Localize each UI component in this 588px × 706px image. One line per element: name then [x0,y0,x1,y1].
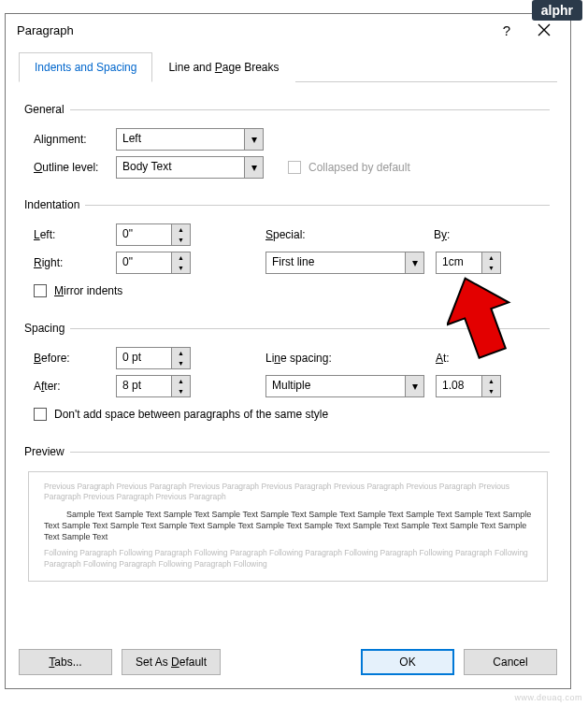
spin-down-icon[interactable]: ▼ [178,263,184,273]
tabs-button[interactable]: Tabs... [19,649,112,675]
by-label: By: [434,228,450,241]
checkbox-icon [288,161,301,174]
preview-box: Previous Paragraph Previous Paragraph Pr… [28,471,548,582]
spin-up-icon[interactable]: ▲ [178,376,184,386]
help-button[interactable]: ? [488,17,525,43]
spin-up-icon[interactable]: ▲ [178,348,184,358]
spin-down-icon[interactable]: ▼ [178,386,184,396]
by-spinner[interactable]: 1cm ▲▼ [436,252,501,274]
preview-prev-text: Previous Paragraph Previous Paragraph Pr… [44,482,532,503]
at-label: At: [436,352,450,365]
collapsed-checkbox: Collapsed by default [280,161,410,174]
close-button[interactable] [525,17,563,43]
before-spinner[interactable]: 0 pt ▲▼ [116,347,191,369]
group-general: General Alignment: Left ▾ Outline level:… [26,103,550,187]
titlebar: Paragraph ? [6,14,570,46]
ok-button[interactable]: OK [361,649,454,675]
indent-right-spinner[interactable]: 0" ▲▼ [116,252,191,274]
legend-preview: Preview [24,445,70,458]
spin-down-icon[interactable]: ▼ [488,386,495,396]
at-spinner[interactable]: 1.08 ▲▼ [436,375,501,397]
chevron-down-icon: ▾ [405,252,423,273]
special-select[interactable]: First line ▾ [265,252,424,274]
spin-up-icon[interactable]: ▲ [178,224,184,235]
spin-up-icon[interactable]: ▲ [178,252,184,263]
cancel-button[interactable]: Cancel [464,649,557,675]
spin-down-icon[interactable]: ▼ [178,235,184,245]
dont-add-space-checkbox[interactable]: Don't add space between paragraphs of th… [26,408,328,421]
checkbox-icon [34,284,47,297]
before-label: Before: [26,352,116,365]
indent-right-label: Right: [26,256,116,269]
legend-indentation: Indentation [24,198,85,211]
outline-level-select[interactable]: Body Text ▾ [116,156,264,179]
alignment-select[interactable]: Left ▾ [116,128,264,151]
tab-line-page-breaks[interactable]: Line and Page Breaks [152,52,294,82]
dialog-footer: Tabs... Set As Default OK Cancel [6,638,570,688]
alignment-label: Alignment: [26,133,116,146]
group-preview: Preview Previous Paragraph Previous Para… [26,445,550,585]
line-spacing-select[interactable]: Multiple ▾ [265,375,424,397]
group-spacing: Spacing Before: 0 pt ▲▼ Line spacing: At… [26,322,550,434]
dialog-body: General Alignment: Left ▾ Outline level:… [6,82,570,638]
close-icon [538,23,551,36]
chevron-down-icon: ▾ [244,129,263,150]
line-spacing-label: Line spacing: [265,352,359,365]
spin-up-icon[interactable]: ▲ [488,376,495,386]
set-default-button[interactable]: Set As Default [122,649,221,675]
tab-indents-spacing[interactable]: Indents and Spacing [19,52,152,82]
preview-next-text: Following Paragraph Following Paragraph … [44,548,532,569]
special-label: Special: [265,228,331,241]
alphr-logo: alphr [532,0,582,21]
legend-general: General [24,103,70,116]
spin-down-icon[interactable]: ▼ [488,263,495,273]
chevron-down-icon: ▾ [244,157,263,178]
mirror-indents-checkbox[interactable]: Mirror indents [26,284,122,297]
chevron-down-icon: ▾ [405,376,423,396]
indent-left-label: Left: [26,228,116,241]
paragraph-dialog: Paragraph ? Indents and Spacing Line and… [5,13,571,689]
legend-spacing: Spacing [24,322,70,335]
after-label: After: [26,380,116,393]
dialog-title: Paragraph [17,23,488,37]
after-spinner[interactable]: 8 pt ▲▼ [116,375,191,397]
outline-label: Outline level: [26,161,116,174]
tab-strip: Indents and Spacing Line and Page Breaks [19,51,557,82]
indent-left-spinner[interactable]: 0" ▲▼ [116,223,191,246]
watermark: www.deuaq.com [514,693,582,702]
checkbox-icon [34,408,47,421]
preview-sample-text: Sample Text Sample Text Sample Text Samp… [44,509,532,542]
spin-down-icon[interactable]: ▼ [178,358,184,368]
spin-up-icon[interactable]: ▲ [488,252,495,263]
group-indentation: Indentation Left: 0" ▲▼ Special: By: Rig… [26,198,550,310]
